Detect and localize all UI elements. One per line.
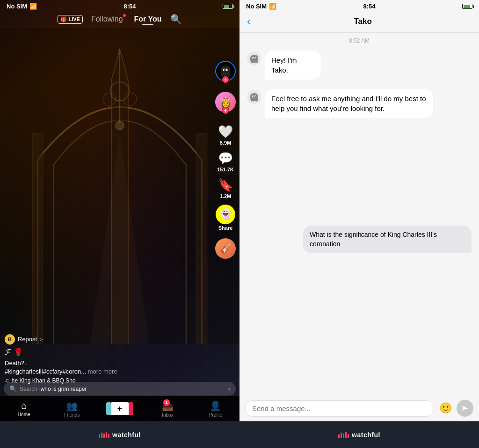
battery-icon: [223, 4, 233, 9]
send-button[interactable]: [457, 400, 473, 417]
more-label[interactable]: more: [88, 368, 102, 375]
wifi-icon: 📶: [29, 3, 37, 10]
svg-point-16: [253, 58, 254, 59]
tab-friends[interactable]: 👥 Friends: [48, 400, 95, 418]
inbox-badge: 1: [163, 399, 170, 406]
repost-user-badge: B: [5, 334, 15, 345]
create-button[interactable]: +: [109, 402, 131, 415]
watchful-right: watchful: [240, 421, 479, 448]
message-bubble-1: Hey! I'm Tako.: [265, 51, 321, 80]
search-suggestion-icon: 🔍: [9, 385, 17, 392]
message-bubble-2: Feel free to ask me anything and I'll do…: [265, 89, 433, 118]
bookmark-icon: 🔖: [218, 178, 233, 192]
chat-footer: 🙂: [240, 395, 479, 421]
share-icon-circle: 👻: [216, 205, 235, 224]
carrier-label: No SIM: [7, 3, 27, 10]
following-tab[interactable]: Following: [91, 15, 123, 23]
send-icon: [461, 404, 469, 412]
time-divider: 8:52 AM: [247, 37, 472, 44]
creator-avatar-2[interactable]: 👸 +: [215, 92, 236, 112]
watchful-bars-icon-right: [338, 432, 349, 438]
like-count: 8.9M: [220, 140, 231, 146]
chat-header: ‹ Tako: [240, 12, 479, 33]
right-wifi-icon: 📶: [269, 3, 276, 10]
creator-avatar-tako[interactable]: +: [215, 61, 236, 81]
more-text: more: [103, 368, 117, 375]
for-you-tab[interactable]: For You: [134, 15, 162, 23]
message-input[interactable]: [245, 400, 434, 417]
message-bubble-3: What is the significance of King Charles…: [303, 226, 472, 253]
plus-icon: +: [117, 404, 123, 414]
comment-count: 151.7K: [217, 167, 233, 172]
follow-plus-button-2[interactable]: +: [222, 107, 229, 114]
chat-body[interactable]: 8:52 AM Hey! I': [240, 33, 479, 395]
time-label: 8:54: [124, 3, 136, 10]
caption-text: Death?.. #kingcharlesiii#ccfary#coron...…: [5, 359, 207, 376]
snapchat-ghost-icon: 👻: [219, 208, 232, 220]
search-query: who is grim reaper: [41, 386, 228, 392]
like-button[interactable]: 🤍 8.9M: [218, 125, 233, 146]
repost-label: Repost: [18, 336, 37, 343]
inbox-icon: 📥 1: [162, 400, 174, 411]
home-icon: ⌂: [21, 400, 27, 411]
right-battery-fill: [464, 5, 470, 8]
right-phone: No SIM 📶 8:54 ‹ Tako 8:52 AM: [240, 0, 479, 421]
right-status-right: [462, 4, 472, 9]
tab-create[interactable]: +: [96, 402, 144, 415]
watchful-logo-right: watchful: [338, 431, 380, 439]
svg-rect-2: [196, 133, 207, 344]
right-sidebar: + 👸 + 🤍 8.9M 💬 151.7K 🔖: [215, 61, 236, 365]
svg-point-17: [255, 58, 256, 59]
search-suggestion-bar[interactable]: 🔍 Search · who is grim reaper ›: [4, 382, 236, 396]
video-info: B Repost > 𝓕 🌹 Death?.. #kingcharlesiii#…: [5, 334, 207, 384]
bottom-tabbar: ⌂ Home 👥 Friends + 📥 1 Inbox: [0, 396, 240, 421]
status-right: [223, 4, 233, 9]
search-button[interactable]: 🔍: [170, 14, 182, 25]
profile-label: Profile: [209, 412, 222, 418]
profile-icon: 👤: [210, 400, 221, 411]
right-status-bar: No SIM 📶 8:54: [240, 0, 479, 12]
live-button[interactable]: 🎁 LIVE: [58, 15, 82, 24]
emoji-button[interactable]: 🙂: [438, 401, 453, 416]
home-label: Home: [18, 412, 30, 417]
save-count: 1.2M: [220, 193, 231, 199]
top-nav: 🎁 LIVE Following For You 🔍: [0, 12, 240, 29]
repost-chevron-icon: >: [40, 337, 43, 342]
watchful-bars-icon: [99, 432, 109, 438]
svg-rect-1: [32, 133, 43, 344]
right-time-label: 8:54: [363, 3, 376, 10]
live-gift-icon: 🎁: [60, 16, 67, 22]
share-label: Share: [218, 225, 233, 231]
creator-row: 𝓕 🌹: [5, 347, 207, 357]
tako-chat-icon: [247, 51, 261, 66]
friends-icon: 👥: [66, 400, 78, 411]
gothic-background-art: [0, 28, 240, 344]
heart-icon: 🤍: [218, 125, 233, 139]
watchful-label-left: watchful: [112, 431, 141, 439]
left-status-bar: No SIM 📶 8:54: [0, 0, 240, 12]
tab-home[interactable]: ⌂ Home: [0, 400, 48, 417]
tab-inbox[interactable]: 📥 1 Inbox: [144, 400, 191, 418]
flower-emoji: 🌹: [14, 348, 23, 357]
left-phone: No SIM 📶 8:54 🎁 LIVE Following: [0, 0, 240, 421]
nav-tabs: Following For You: [91, 15, 162, 23]
avatar2-emoji: 👸: [220, 96, 232, 108]
music-avatar[interactable]: 🎸: [215, 238, 236, 259]
music-avatar-circle: 🎸: [215, 238, 236, 259]
share-button[interactable]: 👻 Share: [216, 205, 235, 231]
music-avatar-emoji: 🎸: [220, 243, 232, 254]
message-row-3: What is the significance of King Charles…: [247, 226, 472, 253]
save-button[interactable]: 🔖 1.2M: [218, 178, 233, 199]
script-icon: 𝓕: [5, 347, 11, 357]
back-button[interactable]: ‹: [247, 15, 250, 28]
message-row-1: Hey! I'm Tako.: [247, 51, 472, 84]
watchful-footer: watchful watchful: [0, 421, 479, 448]
message-row-2: Feel free to ask me anything and I'll do…: [247, 89, 472, 118]
tab-profile[interactable]: 👤 Profile: [192, 400, 240, 418]
follow-plus-button[interactable]: +: [222, 76, 229, 83]
comment-button[interactable]: 💬 151.7K: [217, 151, 233, 172]
svg-point-7: [116, 121, 124, 130]
bot-avatar-1: [247, 51, 261, 66]
repost-row[interactable]: B Repost >: [5, 334, 207, 345]
comment-icon: 💬: [218, 151, 233, 166]
